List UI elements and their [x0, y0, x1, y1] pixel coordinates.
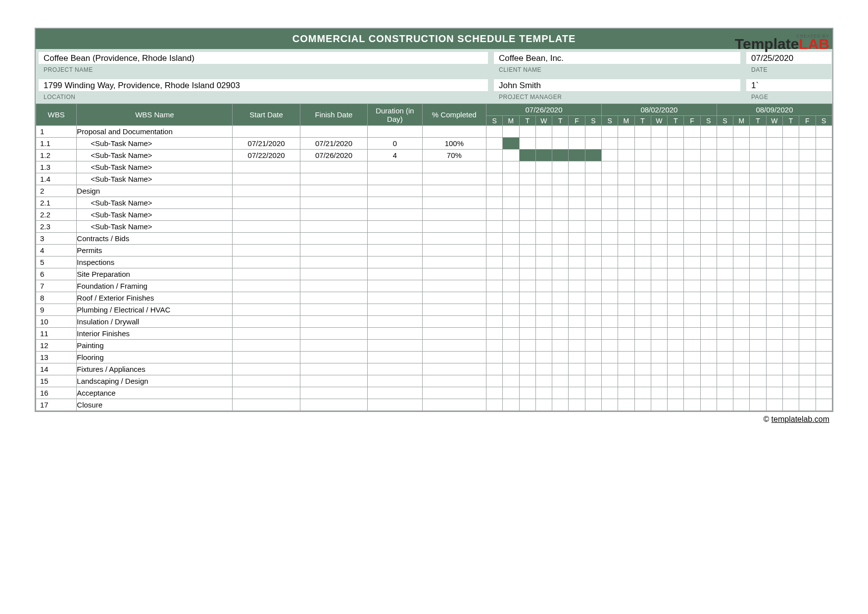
gantt-cell[interactable]	[733, 304, 750, 316]
gantt-cell[interactable]	[750, 221, 766, 233]
gantt-cell[interactable]	[601, 292, 618, 304]
cell-finish[interactable]	[300, 399, 367, 411]
cell-finish[interactable]	[300, 161, 367, 173]
gantt-cell[interactable]	[668, 340, 684, 352]
gantt-cell[interactable]	[552, 256, 569, 268]
gantt-cell[interactable]	[668, 280, 684, 292]
gantt-cell[interactable]	[717, 268, 733, 280]
cell-duration[interactable]: 4	[368, 150, 423, 161]
gantt-cell[interactable]	[503, 387, 519, 399]
gantt-cell[interactable]	[569, 316, 585, 328]
gantt-cell[interactable]	[668, 352, 684, 363]
gantt-cell[interactable]	[750, 316, 766, 328]
page-value[interactable]: 1`	[746, 79, 831, 91]
gantt-cell[interactable]	[535, 352, 552, 363]
gantt-cell[interactable]	[782, 245, 799, 256]
gantt-cell[interactable]	[552, 138, 569, 150]
gantt-cell[interactable]	[717, 209, 733, 221]
cell-duration[interactable]	[368, 256, 423, 268]
cell-duration[interactable]	[368, 304, 423, 316]
cell-start[interactable]	[233, 233, 300, 245]
gantt-cell[interactable]	[782, 197, 799, 209]
gantt-cell[interactable]	[799, 352, 816, 363]
gantt-cell[interactable]	[585, 161, 601, 173]
gantt-cell[interactable]	[569, 150, 585, 161]
cell-duration[interactable]	[368, 375, 423, 387]
cell-start[interactable]	[233, 161, 300, 173]
cell-finish[interactable]: 07/26/2020	[300, 150, 367, 161]
gantt-cell[interactable]	[634, 245, 651, 256]
gantt-cell[interactable]	[651, 245, 667, 256]
gantt-cell[interactable]	[569, 292, 585, 304]
gantt-cell[interactable]	[618, 256, 634, 268]
cell-pct[interactable]	[422, 233, 486, 245]
gantt-cell[interactable]	[618, 268, 634, 280]
gantt-cell[interactable]	[569, 280, 585, 292]
cell-pct[interactable]	[422, 126, 486, 138]
gantt-cell[interactable]	[799, 292, 816, 304]
gantt-cell[interactable]	[634, 138, 651, 150]
gantt-cell[interactable]	[486, 399, 503, 411]
gantt-cell[interactable]	[684, 340, 700, 352]
gantt-cell[interactable]	[733, 197, 750, 209]
gantt-cell[interactable]	[569, 221, 585, 233]
gantt-cell[interactable]	[503, 126, 519, 138]
gantt-cell[interactable]	[486, 197, 503, 209]
gantt-cell[interactable]	[750, 352, 766, 363]
gantt-cell[interactable]	[750, 245, 766, 256]
cell-wbs-name[interactable]: Closure	[77, 399, 233, 411]
gantt-cell[interactable]	[486, 233, 503, 245]
gantt-cell[interactable]	[733, 399, 750, 411]
gantt-cell[interactable]	[700, 280, 717, 292]
gantt-cell[interactable]	[585, 280, 601, 292]
gantt-cell[interactable]	[717, 197, 733, 209]
gantt-cell[interactable]	[519, 399, 535, 411]
gantt-cell[interactable]	[585, 221, 601, 233]
gantt-cell[interactable]	[782, 352, 799, 363]
gantt-cell[interactable]	[519, 173, 535, 185]
cell-finish[interactable]	[300, 173, 367, 185]
gantt-cell[interactable]	[552, 340, 569, 352]
gantt-cell[interactable]	[766, 185, 782, 197]
cell-finish[interactable]	[300, 197, 367, 209]
gantt-cell[interactable]	[634, 292, 651, 304]
gantt-cell[interactable]	[634, 304, 651, 316]
gantt-cell[interactable]	[733, 328, 750, 340]
gantt-cell[interactable]	[535, 304, 552, 316]
gantt-cell[interactable]	[651, 126, 667, 138]
gantt-cell[interactable]	[782, 150, 799, 161]
gantt-cell[interactable]	[486, 375, 503, 387]
gantt-cell[interactable]	[799, 138, 816, 150]
gantt-cell[interactable]	[535, 268, 552, 280]
gantt-cell[interactable]	[816, 245, 832, 256]
gantt-cell[interactable]	[552, 352, 569, 363]
cell-wbs[interactable]: 1.4	[36, 173, 77, 185]
gantt-cell[interactable]	[634, 150, 651, 161]
cell-wbs[interactable]: 1.2	[36, 150, 77, 161]
cell-start[interactable]	[233, 268, 300, 280]
gantt-cell[interactable]	[668, 173, 684, 185]
gantt-cell[interactable]	[816, 399, 832, 411]
gantt-cell[interactable]	[750, 209, 766, 221]
gantt-cell[interactable]	[816, 363, 832, 375]
gantt-cell[interactable]	[634, 375, 651, 387]
gantt-cell[interactable]	[503, 185, 519, 197]
gantt-cell[interactable]	[569, 268, 585, 280]
cell-duration[interactable]	[368, 161, 423, 173]
cell-wbs-name[interactable]: Proposal and Documentation	[77, 126, 233, 138]
cell-wbs-name[interactable]: Acceptance	[77, 387, 233, 399]
gantt-cell[interactable]	[766, 340, 782, 352]
gantt-cell[interactable]	[503, 363, 519, 375]
gantt-cell[interactable]	[535, 292, 552, 304]
gantt-cell[interactable]	[535, 161, 552, 173]
gantt-cell[interactable]	[601, 316, 618, 328]
gantt-cell[interactable]	[668, 268, 684, 280]
gantt-cell[interactable]	[766, 280, 782, 292]
cell-pct[interactable]	[422, 280, 486, 292]
gantt-cell[interactable]	[651, 304, 667, 316]
gantt-cell[interactable]	[503, 268, 519, 280]
gantt-cell[interactable]	[700, 245, 717, 256]
gantt-cell[interactable]	[503, 316, 519, 328]
gantt-cell[interactable]	[519, 256, 535, 268]
gantt-cell[interactable]	[684, 150, 700, 161]
